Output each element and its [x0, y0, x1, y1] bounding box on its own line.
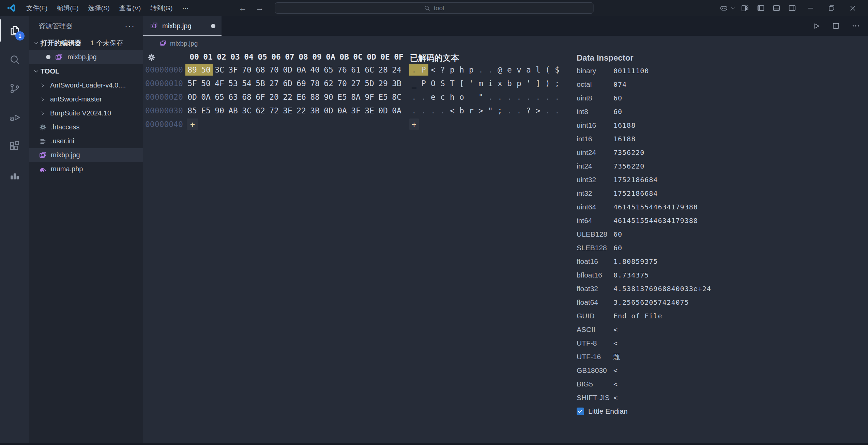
decoded-char-cell[interactable]: i	[486, 78, 495, 89]
hex-byte-cell[interactable]: 63	[226, 91, 240, 103]
hex-byte-cell[interactable]: 0A	[335, 105, 349, 116]
decoded-char-cell[interactable]: .	[514, 91, 524, 103]
menu-item-2[interactable]: 选择(S)	[83, 2, 115, 14]
hex-byte-cell[interactable]: 70	[267, 64, 281, 76]
customize-layout-icon[interactable]	[737, 0, 753, 16]
hex-byte-cell[interactable]: 0D	[376, 105, 390, 116]
menu-item-4[interactable]: 转到(G)	[146, 2, 177, 14]
activity-bar-item-search[interactable]	[0, 45, 29, 74]
decoded-char-cell[interactable]: S	[438, 78, 447, 89]
menu-item-1[interactable]: 编辑(E)	[52, 2, 83, 14]
hex-byte-cell[interactable]: 5F	[185, 78, 199, 89]
decoded-char-cell[interactable]: a	[524, 64, 533, 76]
hex-byte-cell[interactable]: 6D	[281, 78, 294, 89]
hex-byte-cell[interactable]: 5D	[363, 78, 376, 89]
decoded-char-cell[interactable]: .	[524, 91, 533, 103]
decoded-char-cell[interactable]: .	[533, 91, 543, 103]
hex-byte-cell[interactable]: 20	[267, 91, 281, 103]
decoded-char-cell[interactable]: .	[419, 91, 428, 103]
hex-byte-cell[interactable]: 6C	[363, 64, 376, 76]
tree-item--htaccess[interactable]: .htaccess	[29, 120, 143, 134]
hex-byte-cell[interactable]: E5	[199, 105, 213, 116]
hex-byte-cell[interactable]: E5	[376, 91, 390, 103]
decoded-char-cell[interactable]: .	[505, 105, 514, 116]
hex-byte-cell[interactable]: 4F	[213, 78, 226, 89]
hex-byte-cell[interactable]: 9F	[363, 91, 376, 103]
hex-byte-cell[interactable]: 68	[240, 91, 254, 103]
decoded-char-cell[interactable]: l	[533, 64, 543, 76]
menu-item-5[interactable]: ···	[178, 3, 194, 14]
decoded-char-cell[interactable]: p	[447, 64, 457, 76]
hex-byte-cell[interactable]: 3B	[390, 78, 403, 89]
decoded-char-cell[interactable]: ]	[533, 78, 543, 89]
decoded-char-cell[interactable]: b	[505, 78, 514, 89]
hex-byte-cell[interactable]: 3E	[281, 105, 294, 116]
decoded-char-cell[interactable]: _	[409, 78, 419, 89]
decoded-char-cell[interactable]: .	[476, 64, 486, 76]
hex-byte-cell[interactable]: 5B	[254, 78, 267, 89]
hex-byte-cell[interactable]: 8C	[390, 91, 403, 103]
decoded-char-cell[interactable]: "	[476, 91, 486, 103]
decoded-char-cell[interactable]: e	[428, 91, 438, 103]
decoded-char-cell[interactable]: .	[495, 91, 505, 103]
decoded-char-cell[interactable]: O	[428, 78, 438, 89]
hex-byte-cell[interactable]: 24	[390, 64, 403, 76]
ellipsis-icon[interactable]	[848, 18, 863, 33]
toggle-secondary-sidebar-icon[interactable]	[784, 0, 800, 16]
hex-byte-cell[interactable]: 0D	[322, 105, 335, 116]
decoded-char-cell[interactable]: .	[419, 105, 428, 116]
decoded-char-cell[interactable]: .	[486, 91, 495, 103]
hex-byte-cell[interactable]: 3C	[213, 64, 226, 76]
activity-bar-item-source-control[interactable]	[0, 74, 29, 103]
hex-byte-cell[interactable]: 29	[376, 78, 390, 89]
hex-byte-cell[interactable]: 88	[308, 91, 322, 103]
decoded-char-cell[interactable]: .	[428, 105, 438, 116]
decoded-char-cell[interactable]: p	[514, 78, 524, 89]
gear-icon[interactable]	[147, 53, 156, 62]
decoded-char-cell[interactable]: ;	[552, 78, 562, 89]
hex-byte-cell[interactable]: 70	[335, 78, 349, 89]
hex-byte-cell[interactable]: 0D	[281, 64, 294, 76]
decoded-char-cell[interactable]: .	[438, 105, 447, 116]
decoded-char-cell[interactable]: T	[447, 78, 457, 89]
hex-byte-cell[interactable]: 0A	[390, 105, 403, 116]
tree-item-antsword-loader-v4-0-[interactable]: AntSword-Loader-v4.0....	[29, 78, 143, 92]
decoded-char-cell[interactable]: "	[486, 105, 495, 116]
hex-byte-cell[interactable]: 3F	[349, 105, 363, 116]
decoded-char-cell[interactable]: o	[457, 91, 467, 103]
open-editor-item-mixbp[interactable]: mixbp.jpg	[29, 50, 143, 64]
hex-byte-cell[interactable]: 50	[199, 78, 213, 89]
tab-modified-dot[interactable]	[211, 24, 215, 28]
activity-bar-item-run-debug[interactable]	[0, 103, 29, 132]
nav-forward-arrow[interactable]: →	[253, 2, 267, 14]
command-center-search[interactable]: tool	[275, 2, 593, 14]
decoded-char-cell[interactable]: '	[467, 78, 476, 89]
toggle-panel-icon[interactable]	[768, 0, 784, 16]
decoded-char-cell[interactable]: .	[409, 64, 419, 76]
decoded-char-cell[interactable]: .	[505, 91, 514, 103]
hex-byte-cell[interactable]: 78	[308, 78, 322, 89]
workspace-section-tool[interactable]: TOOL	[29, 64, 143, 78]
tab-mixbp-jpg[interactable]: mixbp.jpg	[143, 16, 222, 36]
hex-byte-cell[interactable]: 8A	[349, 91, 363, 103]
nav-back-arrow[interactable]: ←	[236, 2, 249, 14]
hex-byte-cell[interactable]: 90	[213, 105, 226, 116]
hex-byte-cell[interactable]: 53	[226, 78, 240, 89]
hex-byte-cell[interactable]: 62	[254, 105, 267, 116]
decoded-char-cell[interactable]: .	[543, 91, 552, 103]
decoded-char-cell[interactable]: <	[428, 64, 438, 76]
decoded-char-cell[interactable]: @	[495, 64, 505, 76]
chevron-down-icon[interactable]	[728, 0, 737, 16]
decoded-char-cell[interactable]: (	[543, 64, 552, 76]
activity-bar-item-bar-chart[interactable]	[0, 161, 29, 190]
decoded-char-cell[interactable]: r	[467, 105, 476, 116]
decoded-char-cell[interactable]: m	[476, 78, 486, 89]
run-icon[interactable]	[809, 18, 824, 33]
hex-byte-cell[interactable]: 72	[267, 105, 281, 116]
add-char-cell[interactable]: +	[409, 118, 419, 130]
add-byte-cell[interactable]: +	[187, 118, 198, 130]
sidebar-more-actions[interactable]: ···	[125, 21, 135, 31]
decoded-char-cell[interactable]: x	[495, 78, 505, 89]
decoded-char-cell[interactable]: h	[447, 91, 457, 103]
decoded-char-cell[interactable]: .	[552, 91, 562, 103]
